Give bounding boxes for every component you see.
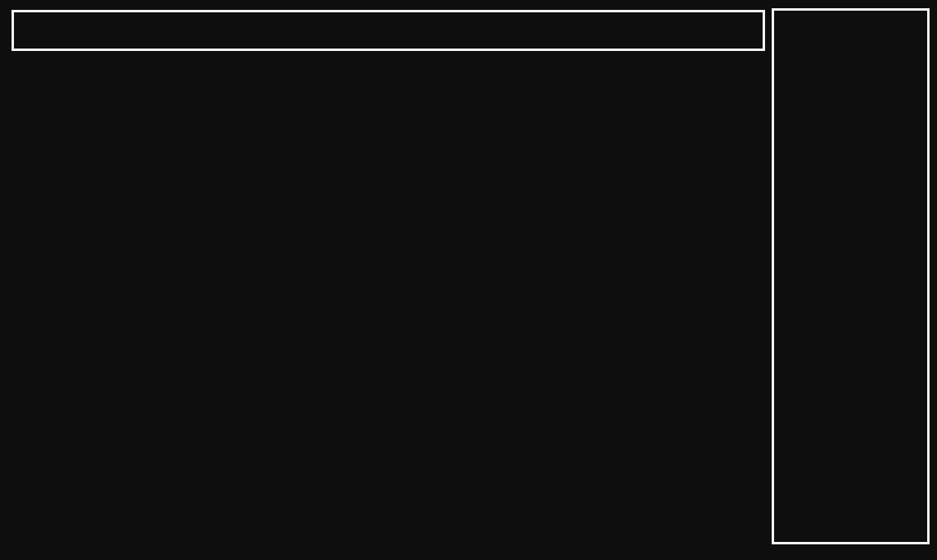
cove-chat-window xyxy=(0,0,937,560)
member-sidebar xyxy=(772,8,930,544)
channel-title-box xyxy=(12,10,765,51)
